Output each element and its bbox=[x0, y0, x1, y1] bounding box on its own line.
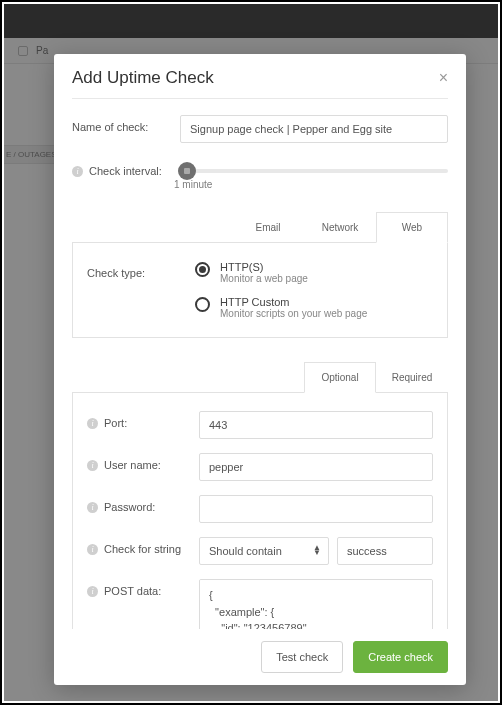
username-input[interactable] bbox=[199, 453, 433, 481]
check-string-label: Check for string bbox=[104, 543, 181, 555]
info-icon: i bbox=[87, 586, 98, 597]
password-input[interactable] bbox=[199, 495, 433, 523]
info-icon: i bbox=[72, 166, 83, 177]
check-type-label: Check type: bbox=[87, 261, 195, 279]
check-string-row: i Check for string ▲▼ bbox=[87, 537, 433, 565]
interval-label: i Check interval: bbox=[72, 159, 180, 177]
postdata-textarea[interactable] bbox=[199, 579, 433, 629]
port-row: i Port: bbox=[87, 411, 433, 439]
radio-https[interactable]: HTTP(S) Monitor a web page bbox=[195, 261, 433, 284]
check-string-value-input[interactable] bbox=[337, 537, 433, 565]
modal-title: Add Uptime Check bbox=[72, 68, 214, 88]
web-panel: Check type: HTTP(S) Monitor a web page bbox=[72, 242, 448, 338]
interval-row: i Check interval: 1 minute bbox=[72, 159, 448, 190]
radio-icon bbox=[195, 297, 210, 312]
slider-knob[interactable] bbox=[178, 162, 196, 180]
info-icon: i bbox=[87, 502, 98, 513]
optional-panel: i Port: i User name: bbox=[72, 392, 448, 629]
check-type-radiogroup: HTTP(S) Monitor a web page HTTP Custom M… bbox=[195, 261, 433, 319]
modal-header: Add Uptime Check × bbox=[54, 54, 466, 98]
check-string-mode-select[interactable] bbox=[199, 537, 329, 565]
app-frame: Pa E / OUTAGES Add Uptime Check × Name o… bbox=[0, 0, 502, 705]
port-input[interactable] bbox=[199, 411, 433, 439]
page-background: Pa E / OUTAGES Add Uptime Check × Name o… bbox=[4, 4, 498, 701]
username-row: i User name: bbox=[87, 453, 433, 481]
tab-network[interactable]: Network bbox=[304, 212, 376, 243]
password-row: i Password: bbox=[87, 495, 433, 523]
create-check-button[interactable]: Create check bbox=[353, 641, 448, 673]
close-icon[interactable]: × bbox=[439, 70, 448, 86]
info-icon: i bbox=[87, 460, 98, 471]
name-row: Name of check: bbox=[72, 115, 448, 143]
tab-optional[interactable]: Optional bbox=[304, 362, 376, 393]
postdata-row: i POST data: bbox=[87, 579, 433, 629]
interval-slider[interactable] bbox=[180, 169, 448, 173]
test-check-button[interactable]: Test check bbox=[261, 641, 343, 673]
modal-body[interactable]: Name of check: i Check interval: bbox=[54, 99, 466, 629]
name-input[interactable] bbox=[180, 115, 448, 143]
protocol-tabs: Email Network Web bbox=[72, 212, 448, 243]
password-label: Password: bbox=[104, 501, 155, 513]
username-label: User name: bbox=[104, 459, 161, 471]
tab-required[interactable]: Required bbox=[376, 362, 448, 393]
tab-email[interactable]: Email bbox=[232, 212, 304, 243]
info-icon: i bbox=[87, 418, 98, 429]
interval-value-label: 1 minute bbox=[174, 179, 448, 190]
name-label: Name of check: bbox=[72, 115, 180, 133]
modal-footer: Test check Create check bbox=[54, 629, 466, 685]
radio-http-custom[interactable]: HTTP Custom Monitor scripts on your web … bbox=[195, 296, 433, 319]
info-icon: i bbox=[87, 544, 98, 555]
tab-web[interactable]: Web bbox=[376, 212, 448, 243]
port-label: Port: bbox=[104, 417, 127, 429]
postdata-label: POST data: bbox=[104, 585, 161, 597]
add-uptime-check-modal: Add Uptime Check × Name of check: i C bbox=[54, 54, 466, 685]
radio-icon bbox=[195, 262, 210, 277]
field-tabs: Optional Required bbox=[72, 362, 448, 393]
